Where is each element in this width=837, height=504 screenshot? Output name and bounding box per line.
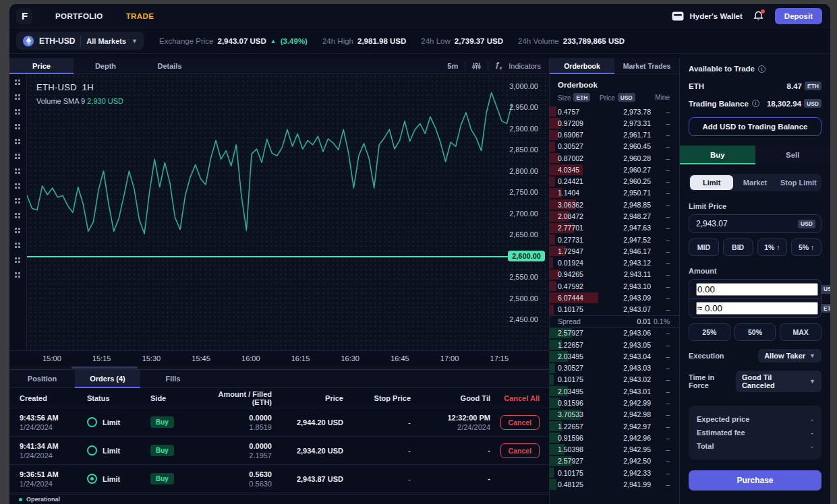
bid-row[interactable]: 1.503982,942.95– (550, 443, 679, 455)
ask-row[interactable]: 1.14042,950.71– (550, 187, 679, 199)
tab-orderbook[interactable]: Orderbook (550, 58, 614, 73)
drawing-tool-icon[interactable] (15, 198, 21, 204)
bid-row[interactable]: 1.226572,943.05– (550, 339, 679, 350)
ask-row[interactable]: 1.729472,946.17– (550, 245, 679, 257)
operational-label: Operational (26, 496, 60, 503)
y-axis-tick: 2,650.00 (491, 230, 538, 239)
mid-button[interactable]: MID (689, 239, 719, 256)
execution-select[interactable]: Allow Taker▼ (758, 349, 821, 363)
ask-row[interactable]: 6.074442,943.09– (550, 292, 679, 303)
tab-price[interactable]: Price (9, 58, 74, 73)
ask-row[interactable]: 3.063622,948.85– (550, 199, 679, 210)
price-chart[interactable]: ETH-USD 1H Volume SMA 9 2,930 USD 3,000.… (9, 74, 549, 350)
bid-row[interactable]: 2.579272,942.50– (550, 455, 679, 467)
bid-row[interactable]: 0.101752,943.02– (550, 374, 679, 385)
plus-5pct-button[interactable]: 5% ↑ (791, 239, 821, 256)
pct-50-button[interactable]: 50% (734, 323, 776, 341)
pct-25-button[interactable]: 25% (689, 323, 730, 341)
tab-details[interactable]: Details (138, 58, 202, 73)
notifications-button[interactable] (753, 11, 764, 22)
ask-row[interactable]: 0.47572,973.78– (550, 106, 679, 117)
bid-row[interactable]: 2.579272,943.06– (550, 327, 679, 339)
order-size: 0.01924 (558, 259, 600, 267)
market-pair-selector[interactable]: ETH-USD All Markets ▼ (16, 32, 144, 50)
drawing-tool-icon[interactable] (15, 243, 21, 249)
amount-eth-input[interactable] (696, 302, 818, 315)
tab-fills[interactable]: Fills (140, 370, 206, 387)
cancel-order-button[interactable]: Cancel (500, 415, 540, 430)
ask-row[interactable]: 0.942652,943.11– (550, 269, 679, 280)
bid-row[interactable]: 3.705332,942.98– (550, 409, 679, 420)
order-price: 2,943.01 (600, 387, 651, 396)
bid-row[interactable]: 2.034952,943.01– (550, 385, 679, 397)
deposit-button[interactable]: Deposit (775, 8, 822, 24)
bid-row[interactable]: 1.226572,942.97– (550, 420, 679, 432)
ask-row[interactable]: 0.690672,961.71– (550, 129, 679, 141)
ask-row[interactable]: 0.972092,973.31– (550, 117, 679, 129)
order-size: 0.94265 (558, 270, 600, 278)
ask-row[interactable]: 4.03452,960.27– (550, 164, 679, 175)
order-size: 2.57927 (558, 457, 600, 465)
ask-row[interactable]: 2.084722,948.27– (550, 210, 679, 222)
bid-row[interactable]: 0.305272,943.03– (550, 363, 679, 374)
tab-buy[interactable]: Buy (680, 146, 755, 164)
tab-market-trades[interactable]: Market Trades (614, 58, 679, 73)
bid-row[interactable]: 0.481252,941.99– (550, 478, 679, 490)
bid-row[interactable]: 0.101752,942.33– (550, 467, 679, 478)
app-logo[interactable]: F (16, 8, 32, 24)
drawing-tool-icon[interactable] (15, 183, 21, 189)
ask-row[interactable]: 0.019242,943.12– (550, 257, 679, 268)
amount-usd-unit-badge: USD (821, 285, 830, 294)
scrollbar-thumb[interactable] (71, 367, 138, 369)
indicators-button[interactable]: Indicators (509, 62, 541, 70)
ask-row[interactable]: 0.475922,943.10– (550, 280, 679, 292)
bid-row[interactable]: 0.915962,942.99– (550, 397, 679, 408)
tab-orders[interactable]: Orders (4) (75, 370, 140, 387)
drawing-tool-icon[interactable] (15, 94, 21, 100)
nav-trade[interactable]: TRADE (126, 12, 154, 20)
info-icon[interactable]: i (758, 65, 766, 73)
drawing-tool-icon[interactable] (15, 139, 21, 145)
ask-row[interactable]: 0.101752,943.07– (550, 304, 679, 315)
drawing-tool-icon[interactable] (15, 154, 21, 160)
ask-row[interactable]: 0.244212,960.25– (550, 176, 679, 187)
cancel-all-button[interactable]: Cancel All (490, 394, 540, 402)
limit-price-input[interactable] (696, 219, 795, 228)
candles-settings-icon[interactable] (472, 62, 481, 70)
drawing-tool-icon[interactable] (15, 257, 21, 263)
status-bar: Operational (9, 494, 549, 504)
cancel-order-button[interactable]: Cancel (500, 443, 540, 458)
drawing-tool-icon[interactable] (15, 228, 21, 234)
order-type-limit[interactable]: Limit (690, 175, 733, 190)
bid-row[interactable]: 2.034952,943.04– (550, 350, 679, 362)
amount-usd-input[interactable] (696, 283, 818, 296)
tab-sell[interactable]: Sell (755, 146, 831, 164)
time-in-force-select[interactable]: Good Til Canceled▼ (736, 371, 821, 392)
ask-row[interactable]: 0.870022,960.28– (550, 152, 679, 164)
drawing-tool-icon[interactable] (15, 80, 21, 86)
bid-button[interactable]: BID (723, 239, 753, 256)
drawing-tool-icon[interactable] (15, 124, 21, 130)
tab-depth[interactable]: Depth (74, 58, 138, 73)
order-type-stop-limit[interactable]: Stop Limit (777, 175, 820, 190)
drawing-tool-icon[interactable] (15, 272, 21, 278)
tab-position[interactable]: Position (9, 370, 75, 387)
drawing-tool-icon[interactable] (15, 109, 21, 115)
timeframe-button[interactable]: 5m (447, 62, 458, 70)
ask-row[interactable]: 0.305272,960.45– (550, 141, 679, 152)
ask-row[interactable]: 0.277312,947.52– (550, 234, 679, 245)
max-button[interactable]: MAX (780, 323, 821, 341)
order-mine: – (651, 434, 670, 442)
plus-1pct-button[interactable]: 1% ↑ (757, 239, 788, 256)
volume-value: 233,789,865 USD (563, 37, 625, 45)
nav-portfolio[interactable]: PORTFOLIO (55, 12, 103, 20)
purchase-button[interactable]: Purchase (689, 470, 821, 491)
drawing-tool-icon[interactable] (15, 213, 21, 219)
drawing-tool-icon[interactable] (15, 168, 21, 175)
ask-row[interactable]: 2.777012,947.63– (550, 222, 679, 234)
add-usd-button[interactable]: Add USD to Trading Balance (689, 117, 821, 136)
wallet-chip[interactable]: Hyder's Wallet (672, 11, 742, 21)
order-type-market[interactable]: Market (733, 175, 776, 190)
bid-row[interactable]: 0.915962,942.96– (550, 432, 679, 443)
info-icon[interactable]: i (752, 100, 759, 107)
